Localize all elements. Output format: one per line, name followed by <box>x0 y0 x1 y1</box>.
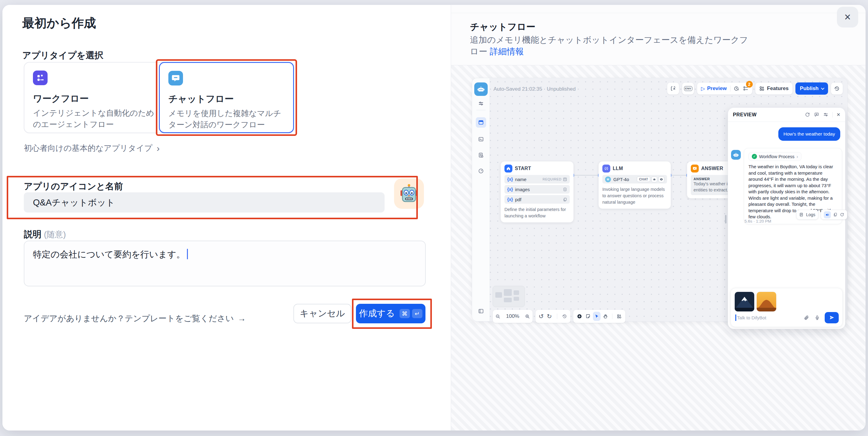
restart-icon[interactable] <box>805 112 810 117</box>
app-icon-avatar[interactable] <box>394 178 424 209</box>
zoom-in-icon[interactable] <box>525 314 530 319</box>
divider <box>730 86 731 92</box>
app-avatar-icon[interactable] <box>474 82 488 96</box>
card-description: インテリジェントな自動化のためのエージェントフロー <box>33 108 159 130</box>
monitoring-gauge-icon[interactable] <box>476 166 486 176</box>
attachment-image-mountain-night[interactable] <box>735 292 754 312</box>
copy-icon[interactable] <box>833 212 837 217</box>
start-field-images[interactable]: {x} images <box>504 185 570 194</box>
autosave-status: Auto-Saved 21:02:35 · Unpublished <box>494 86 576 92</box>
page-title: 最初から作成 <box>22 14 96 31</box>
create-panel: 最初から作成 アプリタイプを選択 ワークフロー インテリジェントな自動化のための… <box>2 5 451 431</box>
start-field-name[interactable]: {x} name REQUIRED <box>504 175 570 183</box>
workflow-icon <box>33 70 48 85</box>
arrow-right-icon: → <box>238 314 246 323</box>
divider <box>476 110 486 110</box>
start-field-pdf[interactable]: {x} pdf <box>504 195 570 204</box>
cmd-key-icon: ⌘ <box>400 309 410 318</box>
vision-badge-icon <box>658 176 664 182</box>
logs-button[interactable]: Logs <box>796 210 818 220</box>
app-type-card-workflow[interactable]: ワークフロー インテリジェントな自動化のためのエージェントフロー <box>24 62 169 133</box>
chat-mode-badge: CHAT <box>637 176 650 182</box>
card-title: チャットフロー <box>168 93 284 105</box>
env-variables-icon[interactable]: ENV <box>682 82 694 95</box>
detail-panel: チャットフロー 追加のメモリ機能とチャットボットインターフェースを備えたワークフ… <box>451 5 866 431</box>
home-icon <box>504 165 513 173</box>
preview-title: PREVIEW <box>733 112 757 118</box>
bot-avatar <box>731 150 741 160</box>
regenerate-icon[interactable] <box>840 212 844 217</box>
app-type-card-chatflow[interactable]: チャットフロー メモリを使用した複雑なマルチターン対話のワークフロー <box>159 62 294 133</box>
robot-emoji-icon <box>400 183 418 204</box>
add-node-icon[interactable] <box>576 312 583 321</box>
redo-icon[interactable]: ↻ <box>547 313 552 319</box>
orchestrate-tab-icon[interactable] <box>476 117 486 127</box>
editor-sidebar <box>472 78 490 321</box>
settings-sliders-icon[interactable] <box>823 112 828 117</box>
icon-name-label: アプリのアイコンと名前 <box>24 180 123 193</box>
screen: 最初から作成 アプリタイプを選択 ワークフロー インテリジェントな自動化のための… <box>0 0 868 436</box>
version-history-icon[interactable] <box>831 82 843 95</box>
message-actions: Logs <box>796 210 847 220</box>
settings-sliders-icon[interactable] <box>476 98 486 109</box>
auto-layout-icon[interactable] <box>616 312 623 321</box>
features-button[interactable]: Features <box>755 82 793 95</box>
enter-key-icon: ↵ <box>412 309 423 318</box>
llm-icon <box>602 165 610 173</box>
zoom-out-icon[interactable] <box>495 314 500 319</box>
attachment-image-mountain-sunset[interactable] <box>757 292 776 312</box>
description-label: 説明 (随意) <box>24 228 66 241</box>
send-button[interactable] <box>825 312 839 323</box>
chat-preview-panel: PREVIEW × How's the weather today ✓ Work… <box>728 108 845 329</box>
app-type-label: アプリタイプを選択 <box>22 50 103 62</box>
preview-run-button[interactable]: ▷ Preview <box>701 86 726 92</box>
chatflow-icon <box>168 71 183 86</box>
description-textarea[interactable]: 特定の会社について要約を行います。 <box>24 241 426 286</box>
gpt4o-model-icon <box>605 176 611 182</box>
templates-link[interactable]: アイデアがありませんか？テンプレートをご覧ください → <box>24 313 246 324</box>
minimap[interactable] <box>493 286 525 307</box>
change-history-icon[interactable] <box>562 314 567 319</box>
code-export-icon[interactable] <box>667 82 679 95</box>
paperclip-icon[interactable] <box>804 315 809 320</box>
text-cursor <box>187 249 188 259</box>
microphone-icon[interactable] <box>815 315 820 320</box>
play-icon: ▷ <box>701 86 705 92</box>
add-note-icon[interactable] <box>584 312 592 321</box>
create-button[interactable]: 作成する ⌘ ↵ <box>356 304 426 323</box>
answer-icon <box>691 165 699 173</box>
history-controls: ↺ ↻ <box>535 310 570 323</box>
publish-button[interactable]: Publish <box>796 82 828 95</box>
clear-chat-icon[interactable] <box>814 112 819 117</box>
checklist-icon[interactable]: 2 <box>743 86 748 91</box>
node-llm[interactable]: LLM GPT-4o CHAT <box>598 161 671 209</box>
divider <box>832 112 833 118</box>
collapse-panel-icon[interactable] <box>476 306 486 316</box>
pointer-tool-icon[interactable] <box>593 312 600 321</box>
workflow-process-toggle[interactable]: ✓ Workflow Process › <box>748 152 802 161</box>
files-icon <box>563 198 567 202</box>
time-travel-icon[interactable] <box>734 86 739 91</box>
close-preview-icon[interactable]: × <box>837 111 840 118</box>
speaker-icon[interactable] <box>824 211 831 218</box>
beginner-app-types-link[interactable]: 初心者向けの基本的なアプリタイプ › <box>24 143 159 153</box>
chat-input[interactable]: Talk to DifyBot <box>737 315 767 320</box>
terminal-icon[interactable] <box>476 134 486 144</box>
llm-model-row[interactable]: GPT-4o CHAT <box>602 175 667 183</box>
node-start[interactable]: START {x} name REQUIRED {x} images {x} p… <box>500 161 574 223</box>
message-meta: 5.6s · 1:20 PM <box>744 219 771 224</box>
app-name-input[interactable]: Q&Aチャットボット <box>24 192 384 212</box>
close-button[interactable]: × <box>837 7 858 27</box>
text-cursor <box>735 315 736 321</box>
divider <box>451 13 866 13</box>
canvas-tools <box>573 310 625 323</box>
hand-tool-icon[interactable] <box>602 312 609 321</box>
chat-input-row: Talk to DifyBot <box>735 312 839 324</box>
undo-icon[interactable]: ↺ <box>538 313 544 319</box>
learn-more-link[interactable]: 詳細情報 <box>490 47 524 56</box>
edge-start-llm <box>574 175 598 176</box>
logs-doc-icon[interactable] <box>476 150 486 160</box>
cancel-button[interactable]: キャンセル <box>293 304 351 323</box>
agent-badge-icon <box>651 176 657 182</box>
canvas-scrollbar[interactable] <box>725 215 726 224</box>
